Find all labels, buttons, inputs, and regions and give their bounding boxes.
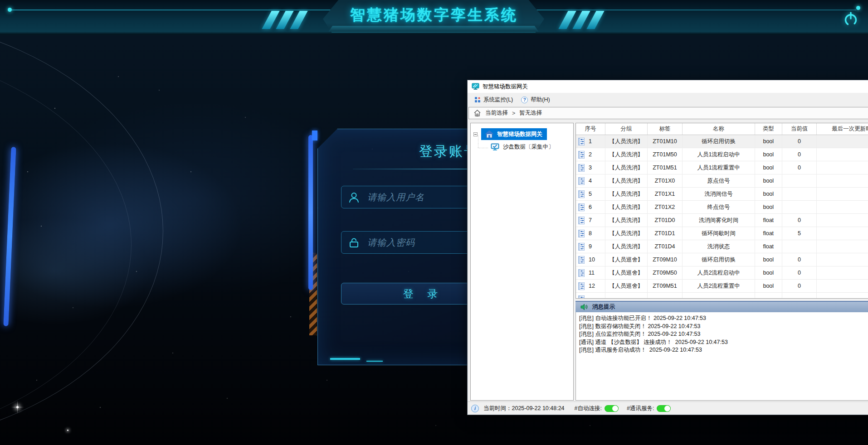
cell-no: 12 <box>576 280 605 292</box>
cell-value: 0 <box>782 148 817 161</box>
cell-value <box>782 240 817 253</box>
speaker-icon <box>580 304 588 310</box>
cell-updated <box>817 293 868 299</box>
app-icon <box>472 83 479 90</box>
menu-help[interactable]: ? 帮助(H) <box>517 94 554 106</box>
table-row[interactable]: 12 【人员巡舍】 ZT09M51 人员2流程重置中 bool 0 <box>576 280 868 293</box>
col-header-updated[interactable]: 最后一次更新时间 <box>817 123 868 135</box>
username-placeholder: 请输入用户名 <box>367 191 424 203</box>
col-header-no[interactable]: 序号 <box>576 123 605 135</box>
cell-tag: ZT01M51 <box>648 161 683 174</box>
cell-value <box>782 188 817 200</box>
cell-updated <box>817 253 868 266</box>
table-row[interactable]: 9 【人员洗消】 ZT01D4 洗消状态 float <box>576 240 868 253</box>
breadcrumb: 当前选择 > 暂无选择 <box>468 107 868 119</box>
table-body: 1 【人员洗消】 ZT01M10 循环启用切换 bool 0 <box>576 135 868 299</box>
table-row[interactable]: 8 【人员洗消】 ZT01D1 循环间歇时间 float 5 <box>576 227 868 240</box>
tree-node-sandbox[interactable]: 沙盘数据〔采集中〕 <box>491 143 554 151</box>
col-header-type[interactable]: 类型 <box>755 123 782 135</box>
cell-group: 【人员巡舍】 <box>605 253 648 266</box>
cell-type <box>755 293 782 299</box>
table-row[interactable]: 5 【人员洗消】 ZT01X1 洗消间信号 bool <box>576 188 868 201</box>
small-star <box>67 430 68 431</box>
cell-group: 【人员洗消】 <box>605 174 648 187</box>
cell-updated <box>817 135 868 148</box>
table-row[interactable]: 3 【人员洗消】 ZT01M51 人员1流程重置中 bool 0 <box>576 161 868 174</box>
message-line: [消息] 通讯服务启动成功！ 2025-09-22 10:47:53 <box>579 346 868 354</box>
table-row[interactable]: 4 【人员洗消】 ZT01X0 原点信号 bool <box>576 174 868 188</box>
cell-tag: ZT09M51 <box>648 280 683 292</box>
home-icon <box>473 109 481 117</box>
cell-no: 6 <box>576 201 605 213</box>
cell-tag: ZT01X1 <box>648 188 683 200</box>
cell-no <box>576 293 605 299</box>
table-row[interactable]: 11 【人员巡舍】 ZT09M50 人员2流程启动中 bool 0 <box>576 266 868 280</box>
menu-help-label: 帮助(H) <box>531 96 550 104</box>
cell-name: 循环启用切换 <box>683 135 755 148</box>
status-commservice-label: #通讯服务: <box>627 405 654 412</box>
autoconnect-toggle[interactable] <box>605 405 619 412</box>
cell-group: 【人员巡舍】 <box>605 266 648 279</box>
login-bottom-accent <box>330 358 360 360</box>
table-header-row: 序号 分组 标签 名称 类型 当前值 最后一次更新时间 <box>576 123 868 135</box>
cell-updated <box>817 266 868 279</box>
col-header-value[interactable]: 当前值 <box>782 123 817 135</box>
tree-expander[interactable] <box>473 132 478 136</box>
cell-tag <box>648 293 683 299</box>
cell-group: 【人员洗消】 <box>605 161 648 174</box>
row-tag-icon <box>578 256 585 264</box>
cell-name: 原点信号 <box>683 174 755 187</box>
col-header-group[interactable]: 分组 <box>605 123 648 135</box>
table-row[interactable] <box>576 293 868 299</box>
status-autoconnect-label: #自动连接: <box>575 405 602 412</box>
cell-name: 循环间歇时间 <box>683 227 755 240</box>
col-header-tag[interactable]: 标签 <box>648 123 683 135</box>
system-title: 智慧猪场数字孪生系统 <box>0 5 868 25</box>
cell-name: 洗消状态 <box>683 240 755 253</box>
menu-system-monitor[interactable]: 系统监控(L) <box>470 94 517 106</box>
cell-updated <box>817 214 868 227</box>
tree-node-root[interactable]: 智慧猪场数据网关 <box>481 128 547 140</box>
cell-name: 人员1流程重置中 <box>683 161 755 174</box>
cell-value <box>782 201 817 213</box>
message-list[interactable]: [消息] 自动连接功能已开启！ 2025-09-22 10:47:53[消息] … <box>575 312 868 401</box>
cell-no: 2 <box>576 148 605 161</box>
message-panel-title: 消息提示 <box>592 303 615 311</box>
table-row[interactable]: 6 【人员洗消】 ZT01X2 终点信号 bool <box>576 201 868 214</box>
breadcrumb-separator: > <box>512 110 515 116</box>
info-icon: i <box>471 405 479 412</box>
message-panel: 消息提示 [消息] 自动连接功能已开启！ 2025-09-22 10:47:53… <box>575 301 868 401</box>
cell-name: 人员2流程重置中 <box>683 280 755 292</box>
cell-type: bool <box>755 266 782 279</box>
col-header-name[interactable]: 名称 <box>683 123 755 135</box>
cell-no: 3 <box>576 161 605 174</box>
banner-center-strip <box>328 26 539 32</box>
table-row[interactable]: 10 【人员巡舍】 ZT09M10 循环启用切换 bool 0 <box>576 253 868 266</box>
device-tree: 智慧猪场数据网关 沙盘数据〔采集中〕 <box>470 123 574 401</box>
cell-updated <box>817 201 868 213</box>
tree-monitor-check-icon <box>491 143 499 151</box>
row-tag-icon <box>578 177 585 185</box>
cell-value <box>782 293 817 299</box>
cell-value: 0 <box>782 214 817 227</box>
window-titlebar[interactable]: 智慧猪场数据网关 <box>468 80 868 93</box>
login-blue-bar <box>308 135 313 290</box>
table-row[interactable]: 2 【人员洗消】 ZT01M50 人员1流程启动中 bool 0 <box>576 148 868 161</box>
table-row[interactable]: 7 【人员洗消】 ZT01D0 洗消间雾化时间 float 0 <box>576 214 868 227</box>
commservice-toggle[interactable] <box>657 405 671 412</box>
cell-no: 4 <box>576 174 605 187</box>
system-monitor-icon <box>474 97 481 103</box>
login-corner-notch <box>312 131 317 140</box>
cell-no: 8 <box>576 227 605 240</box>
cell-type: bool <box>755 161 782 174</box>
menu-bar: 系统监控(L) ? 帮助(H) <box>468 93 868 106</box>
cell-group: 【人员洗消】 <box>605 148 648 161</box>
cell-updated <box>817 227 868 240</box>
cell-value: 0 <box>782 253 817 266</box>
power-icon[interactable] <box>843 11 859 27</box>
tree-connector-h <box>478 148 488 148</box>
row-tag-icon <box>578 230 585 237</box>
cell-tag: ZT01D4 <box>648 240 683 253</box>
table-row[interactable]: 1 【人员洗消】 ZT01M10 循环启用切换 bool 0 <box>576 135 868 148</box>
cell-group: 【人员洗消】 <box>605 201 648 213</box>
